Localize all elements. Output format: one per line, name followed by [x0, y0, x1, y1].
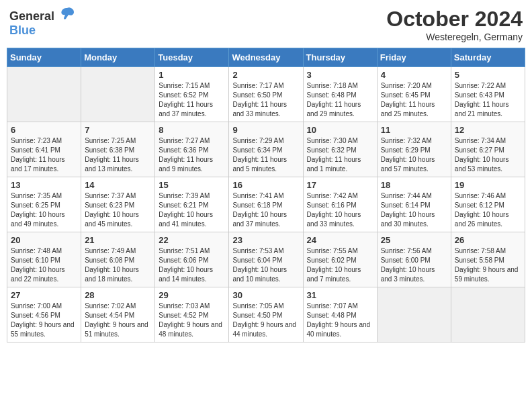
day-number: 2	[232, 70, 299, 80]
day-info: Sunrise: 7:00 AM Sunset: 4:56 PM Dayligh…	[11, 302, 77, 339]
day-info: Sunrise: 7:23 AM Sunset: 6:41 PM Dayligh…	[11, 136, 77, 174]
location-title: Westeregeln, Germany	[386, 32, 523, 42]
day-number: 17	[307, 180, 373, 190]
day-info: Sunrise: 7:15 AM Sunset: 6:52 PM Dayligh…	[159, 81, 225, 119]
calendar-cell: 22Sunrise: 7:51 AM Sunset: 6:06 PM Dayli…	[155, 232, 229, 287]
day-number: 11	[381, 125, 447, 135]
day-number: 24	[307, 235, 373, 245]
calendar-cell: 17Sunrise: 7:42 AM Sunset: 6:16 PM Dayli…	[303, 177, 377, 232]
day-info: Sunrise: 7:44 AM Sunset: 6:14 PM Dayligh…	[381, 191, 447, 229]
calendar-cell: 3Sunrise: 7:18 AM Sunset: 6:48 PM Daylig…	[303, 67, 377, 122]
day-info: Sunrise: 7:42 AM Sunset: 6:16 PM Dayligh…	[307, 191, 373, 229]
calendar-cell: 14Sunrise: 7:37 AM Sunset: 6:23 PM Dayli…	[81, 177, 155, 232]
day-info: Sunrise: 7:34 AM Sunset: 6:27 PM Dayligh…	[455, 136, 521, 174]
day-number: 22	[159, 235, 225, 245]
day-info: Sunrise: 7:53 AM Sunset: 6:04 PM Dayligh…	[232, 246, 299, 284]
day-number: 25	[381, 235, 447, 245]
day-info: Sunrise: 7:32 AM Sunset: 6:29 PM Dayligh…	[381, 136, 447, 174]
calendar-cell	[451, 287, 525, 342]
day-number: 28	[85, 290, 151, 300]
calendar-cell: 28Sunrise: 7:02 AM Sunset: 4:54 PM Dayli…	[81, 287, 155, 342]
day-info: Sunrise: 7:37 AM Sunset: 6:23 PM Dayligh…	[85, 191, 151, 229]
calendar-week-row: 20Sunrise: 7:48 AM Sunset: 6:10 PM Dayli…	[7, 232, 525, 287]
calendar-cell: 1Sunrise: 7:15 AM Sunset: 6:52 PM Daylig…	[155, 67, 229, 122]
calendar-cell: 13Sunrise: 7:35 AM Sunset: 6:25 PM Dayli…	[7, 177, 81, 232]
day-number: 9	[232, 125, 299, 135]
calendar-week-row: 6Sunrise: 7:23 AM Sunset: 6:41 PM Daylig…	[7, 122, 525, 177]
day-number: 5	[455, 70, 521, 80]
calendar-cell: 4Sunrise: 7:20 AM Sunset: 6:45 PM Daylig…	[377, 67, 451, 122]
calendar-cell: 24Sunrise: 7:55 AM Sunset: 6:02 PM Dayli…	[303, 232, 377, 287]
calendar-week-row: 27Sunrise: 7:00 AM Sunset: 4:56 PM Dayli…	[7, 287, 525, 342]
weekday-header-tuesday: Tuesday	[155, 48, 229, 67]
calendar-cell: 8Sunrise: 7:27 AM Sunset: 6:36 PM Daylig…	[155, 122, 229, 177]
calendar-cell: 9Sunrise: 7:29 AM Sunset: 6:34 PM Daylig…	[229, 122, 303, 177]
day-info: Sunrise: 7:05 AM Sunset: 4:50 PM Dayligh…	[232, 302, 299, 339]
day-info: Sunrise: 7:30 AM Sunset: 6:32 PM Dayligh…	[307, 136, 373, 174]
calendar-cell: 18Sunrise: 7:44 AM Sunset: 6:14 PM Dayli…	[377, 177, 451, 232]
day-info: Sunrise: 7:39 AM Sunset: 6:21 PM Dayligh…	[159, 191, 225, 229]
weekday-header-wednesday: Wednesday	[229, 48, 303, 67]
calendar-cell: 20Sunrise: 7:48 AM Sunset: 6:10 PM Dayli…	[7, 232, 81, 287]
day-number: 13	[11, 180, 77, 190]
day-info: Sunrise: 7:27 AM Sunset: 6:36 PM Dayligh…	[159, 136, 225, 174]
day-number: 29	[159, 290, 225, 300]
day-number: 30	[232, 290, 299, 300]
day-number: 26	[455, 235, 521, 245]
day-info: Sunrise: 7:29 AM Sunset: 6:34 PM Dayligh…	[232, 136, 299, 174]
calendar-cell: 26Sunrise: 7:58 AM Sunset: 5:58 PM Dayli…	[451, 232, 525, 287]
calendar-cell: 15Sunrise: 7:39 AM Sunset: 6:21 PM Dayli…	[155, 177, 229, 232]
weekday-header-saturday: Saturday	[451, 48, 525, 67]
calendar-cell: 5Sunrise: 7:22 AM Sunset: 6:43 PM Daylig…	[451, 67, 525, 122]
day-info: Sunrise: 7:20 AM Sunset: 6:45 PM Dayligh…	[381, 81, 447, 119]
calendar-cell: 19Sunrise: 7:46 AM Sunset: 6:12 PM Dayli…	[451, 177, 525, 232]
day-info: Sunrise: 7:51 AM Sunset: 6:06 PM Dayligh…	[159, 246, 225, 284]
day-info: Sunrise: 7:56 AM Sunset: 6:00 PM Dayligh…	[381, 246, 447, 284]
calendar-cell	[81, 67, 155, 122]
weekday-header-thursday: Thursday	[303, 48, 377, 67]
calendar-cell: 23Sunrise: 7:53 AM Sunset: 6:04 PM Dayli…	[229, 232, 303, 287]
calendar-cell: 27Sunrise: 7:00 AM Sunset: 4:56 PM Dayli…	[7, 287, 81, 342]
day-info: Sunrise: 7:55 AM Sunset: 6:02 PM Dayligh…	[307, 246, 373, 284]
day-info: Sunrise: 7:35 AM Sunset: 6:25 PM Dayligh…	[11, 191, 77, 229]
calendar-cell: 11Sunrise: 7:32 AM Sunset: 6:29 PM Dayli…	[377, 122, 451, 177]
day-info: Sunrise: 7:18 AM Sunset: 6:48 PM Dayligh…	[307, 81, 373, 119]
day-info: Sunrise: 7:02 AM Sunset: 4:54 PM Dayligh…	[85, 302, 151, 339]
day-info: Sunrise: 7:25 AM Sunset: 6:38 PM Dayligh…	[85, 136, 151, 174]
title-block: October 2024 Westeregeln, Germany	[386, 7, 523, 42]
day-number: 18	[381, 180, 447, 190]
calendar-cell: 31Sunrise: 7:07 AM Sunset: 4:48 PM Dayli…	[303, 287, 377, 342]
weekday-header-row: SundayMondayTuesdayWednesdayThursdayFrid…	[7, 48, 525, 67]
day-info: Sunrise: 7:03 AM Sunset: 4:52 PM Dayligh…	[159, 302, 225, 339]
day-number: 23	[232, 235, 299, 245]
day-number: 14	[85, 180, 151, 190]
day-number: 19	[455, 180, 521, 190]
day-number: 1	[159, 70, 225, 80]
calendar-week-row: 1Sunrise: 7:15 AM Sunset: 6:52 PM Daylig…	[7, 67, 525, 122]
calendar-cell: 30Sunrise: 7:05 AM Sunset: 4:50 PM Dayli…	[229, 287, 303, 342]
day-info: Sunrise: 7:41 AM Sunset: 6:18 PM Dayligh…	[232, 191, 299, 229]
day-number: 31	[307, 290, 373, 300]
day-number: 27	[11, 290, 77, 300]
calendar-cell: 16Sunrise: 7:41 AM Sunset: 6:18 PM Dayli…	[229, 177, 303, 232]
day-number: 20	[11, 235, 77, 245]
calendar-cell: 7Sunrise: 7:25 AM Sunset: 6:38 PM Daylig…	[81, 122, 155, 177]
day-number: 16	[232, 180, 299, 190]
weekday-header-sunday: Sunday	[7, 48, 81, 67]
day-number: 4	[381, 70, 447, 80]
logo-text-general: General	[9, 9, 54, 23]
day-info: Sunrise: 7:07 AM Sunset: 4:48 PM Dayligh…	[307, 302, 373, 339]
day-number: 21	[85, 235, 151, 245]
calendar-cell: 25Sunrise: 7:56 AM Sunset: 6:00 PM Dayli…	[377, 232, 451, 287]
day-number: 8	[159, 125, 225, 135]
weekday-header-friday: Friday	[377, 48, 451, 67]
logo-text-blue: Blue	[9, 24, 36, 37]
day-info: Sunrise: 7:22 AM Sunset: 6:43 PM Dayligh…	[455, 81, 521, 119]
day-number: 7	[85, 125, 151, 135]
day-info: Sunrise: 7:17 AM Sunset: 6:50 PM Dayligh…	[232, 81, 299, 119]
day-number: 10	[307, 125, 373, 135]
logo-bird-icon	[59, 7, 75, 20]
day-info: Sunrise: 7:48 AM Sunset: 6:10 PM Dayligh…	[11, 246, 77, 284]
calendar-cell: 29Sunrise: 7:03 AM Sunset: 4:52 PM Dayli…	[155, 287, 229, 342]
day-info: Sunrise: 7:58 AM Sunset: 5:58 PM Dayligh…	[455, 246, 521, 284]
